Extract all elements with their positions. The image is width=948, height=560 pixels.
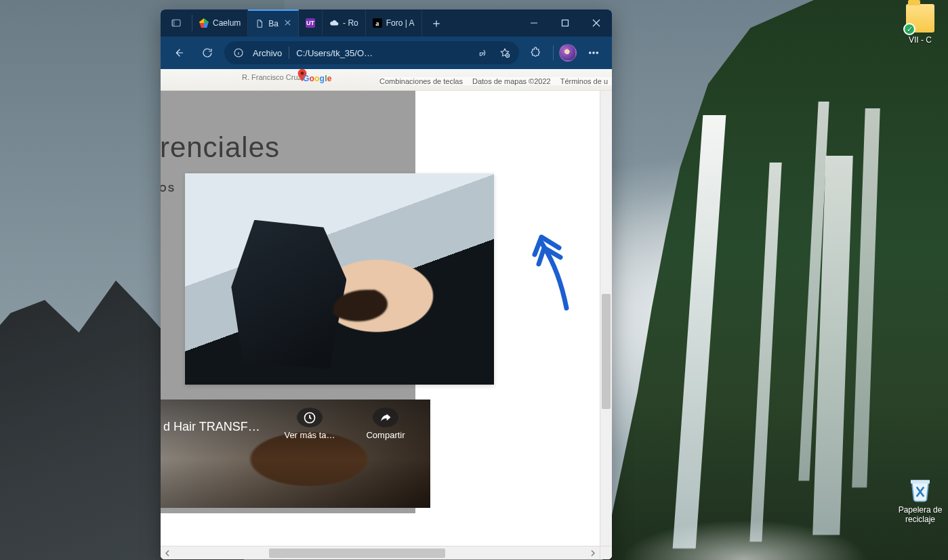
tab-active[interactable]: Ba <box>248 9 299 37</box>
tab-ro[interactable]: - Ro <box>323 9 366 37</box>
address-url: C:/Users/tk_35/O… <box>296 48 469 58</box>
barber-photo <box>185 173 494 385</box>
vertical-scrollbar[interactable] <box>600 91 612 546</box>
video-share-button[interactable]: Compartir <box>369 408 402 440</box>
nav-back-button[interactable] <box>167 41 190 64</box>
read-aloud-icon <box>478 47 489 58</box>
favorites-button[interactable] <box>497 47 512 58</box>
extensions-button[interactable] <box>524 41 548 64</box>
info-icon <box>233 47 244 58</box>
map-data-link[interactable]: Datos de mapas ©2022 <box>472 77 551 85</box>
close-icon <box>284 19 291 26</box>
map-street-label: R. Francisco Cruz <box>242 73 302 81</box>
folder-icon <box>906 4 934 33</box>
vertical-scroll-thumb[interactable] <box>602 294 611 409</box>
more-horizontal-icon <box>588 47 600 59</box>
desktop-icon-label: VII - C <box>894 35 946 45</box>
desktop-recycle-bin[interactable]: Papelera de reciclaje <box>894 474 946 524</box>
address-bar[interactable]: Archivo C:/Users/tk_35/O… <box>224 41 519 64</box>
hero-image-barber <box>185 173 494 385</box>
separator <box>289 47 289 59</box>
window-close-button[interactable] <box>581 9 612 37</box>
settings-menu-button[interactable] <box>582 41 605 64</box>
desktop-wallpaper: VII - C Papelera de reciclaje Caelum <box>0 0 948 560</box>
clock-icon <box>297 408 323 427</box>
file-icon <box>255 19 264 28</box>
horizontal-scrollbar[interactable] <box>161 546 600 559</box>
svg-point-6 <box>593 52 594 53</box>
map-attribution: Combinaciones de teclas Datos de mapas ©… <box>379 77 612 85</box>
recycle-bin-icon <box>906 474 934 502</box>
maps-pin-icon <box>199 18 209 28</box>
desktop-folder-icon[interactable]: VII - C <box>894 4 946 45</box>
window-minimize-button[interactable] <box>518 9 550 37</box>
tab-close-button[interactable] <box>284 19 291 28</box>
browser-toolbar: Archivo C:/Users/tk_35/O… <box>161 37 612 69</box>
svg-point-7 <box>596 52 598 53</box>
chevron-left-icon <box>164 550 171 557</box>
address-scheme-label: Archivo <box>253 48 282 58</box>
page-title: erenciales <box>161 131 280 164</box>
close-icon <box>592 19 600 27</box>
video-watch-later-button[interactable]: Ver más ta… <box>293 408 326 440</box>
horizontal-scroll-track[interactable] <box>174 548 586 558</box>
tab-ut[interactable]: UT <box>299 9 323 37</box>
tab-caelum[interactable]: Caelum <box>192 9 248 37</box>
video-button-label: Ver más ta… <box>284 430 335 440</box>
map-keyboard-shortcuts-link[interactable]: Combinaciones de teclas <box>379 77 463 85</box>
refresh-icon <box>201 47 213 59</box>
svg-rect-2 <box>562 20 569 26</box>
letter-a-icon: a <box>373 18 382 28</box>
site-info-button[interactable] <box>231 47 246 58</box>
video-title: d Hair TRANSF… <box>163 420 272 434</box>
window-controls <box>518 9 612 37</box>
tab-foro[interactable]: a Foro | A <box>366 9 422 37</box>
tab-label: Ba <box>268 19 279 28</box>
google-logo: Google <box>303 74 332 83</box>
tab-actions-button[interactable] <box>161 9 192 37</box>
window-maximize-button[interactable] <box>550 9 581 37</box>
maximize-icon <box>561 19 569 27</box>
map-terms-link[interactable]: Términos de u <box>560 77 608 85</box>
browser-titlebar[interactable]: Caelum Ba UT <box>161 9 612 37</box>
tab-actions-icon <box>171 18 182 28</box>
page-subtitle: LOS <box>161 183 176 194</box>
annotation-arrow-up-icon <box>529 230 583 311</box>
ut-icon: UT <box>306 18 315 28</box>
scroll-left-button[interactable] <box>161 546 174 560</box>
puzzle-icon <box>530 47 542 59</box>
tab-label: - Ro <box>343 18 358 28</box>
chevron-right-icon <box>590 550 596 557</box>
new-tab-button[interactable]: ＋ <box>422 9 451 37</box>
horizontal-scroll-thumb[interactable] <box>269 548 445 558</box>
page-viewport: R. Francisco Cruz Google Combinaciones d… <box>161 69 612 559</box>
scroll-right-button[interactable] <box>586 546 600 560</box>
share-arrow-icon <box>373 408 398 427</box>
arrow-left-icon <box>173 47 185 59</box>
star-icon <box>499 47 510 58</box>
svg-point-5 <box>590 52 591 53</box>
profile-avatar-button[interactable] <box>559 44 577 62</box>
wallpaper-foam <box>599 513 890 560</box>
svg-rect-1 <box>172 20 175 26</box>
youtube-embed[interactable]: d Hair TRANSF… Ver más ta… Compartir <box>161 400 430 508</box>
google-map-fragment[interactable]: R. Francisco Cruz Google Combinaciones d… <box>161 69 612 91</box>
separator <box>553 45 554 60</box>
plus-icon: ＋ <box>430 15 442 31</box>
read-aloud-button[interactable] <box>476 47 491 58</box>
browser-window: Caelum Ba UT <box>161 9 612 559</box>
sync-ok-badge-icon <box>903 23 915 35</box>
nav-refresh-button[interactable] <box>196 41 219 64</box>
tab-label: Foro | A <box>386 18 415 28</box>
scrollbar-corner <box>600 546 612 559</box>
desktop-icon-label: Papelera de reciclaje <box>894 505 946 524</box>
cloud-icon <box>329 18 339 28</box>
video-button-label: Compartir <box>366 430 405 440</box>
tab-strip: Caelum Ba UT <box>192 9 518 37</box>
minimize-icon <box>530 19 538 27</box>
tab-label: Caelum <box>213 18 241 28</box>
